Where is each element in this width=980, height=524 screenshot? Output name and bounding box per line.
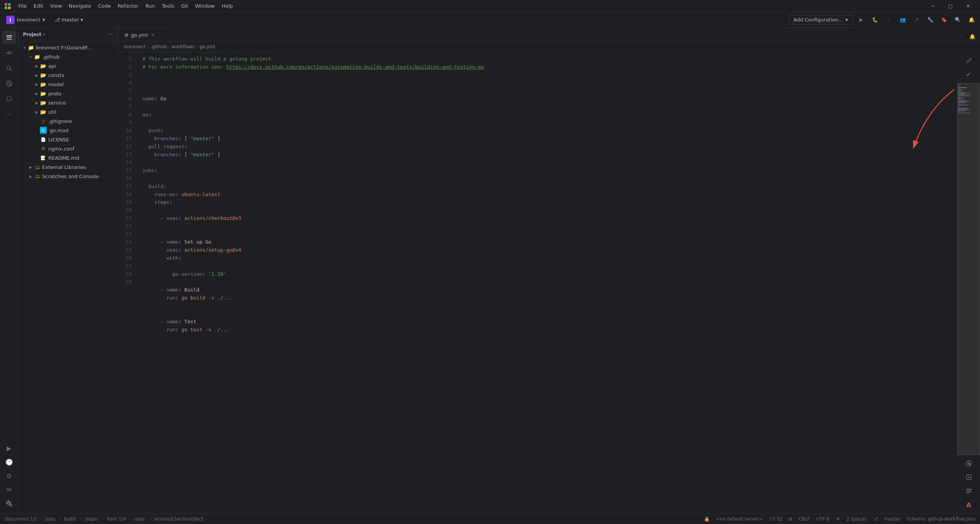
svg-rect-4	[7, 35, 12, 36]
run-button[interactable]: ▶	[856, 15, 867, 25]
status-encoding[interactable]: UTF-8	[815, 516, 831, 522]
bottom-icons: ▶ 🕐 ⚙ ✉ 🔌	[2, 441, 16, 510]
menu-window[interactable]: Window	[192, 2, 218, 10]
tree-item-github[interactable]: ▾ 📁 .github	[18, 52, 118, 61]
status-breadcrumb: Document 1/1 › jobs: › build: › steps: ›…	[3, 516, 205, 522]
bookmark-icon[interactable]: 🔖	[939, 15, 949, 25]
panel-more-button[interactable]: ⋯	[108, 32, 113, 37]
tree-item-service[interactable]: ▶ 📂 service	[18, 98, 118, 107]
sidebar-item-more[interactable]: ⋯	[2, 107, 16, 121]
menu-help[interactable]: Help	[219, 2, 236, 10]
status-doc[interactable]: Document 1/1	[3, 516, 39, 522]
right-tool-4[interactable]: A	[957, 498, 980, 512]
sidebar-item-project[interactable]	[2, 31, 16, 44]
sidebar-item-settings[interactable]: ⚙	[2, 469, 16, 483]
svg-point-17	[968, 477, 970, 478]
tree-root[interactable]: ▾ 📁 brevinect F:\GolandP...	[18, 43, 118, 52]
svg-rect-19	[966, 491, 972, 492]
tree-item-ext-libs[interactable]: ▶ 🗂 External Libraries	[18, 162, 118, 172]
tree-item-proto[interactable]: ▶ 📂 proto	[18, 89, 118, 98]
panel-title: Project	[23, 32, 41, 37]
status-lock[interactable]: 🔒	[702, 516, 711, 522]
sidebar-item-search[interactable]	[2, 61, 16, 75]
project-dropdown-icon: ▾	[42, 17, 45, 23]
people-icon[interactable]: 👥	[897, 15, 908, 25]
status-branch[interactable]: master	[883, 516, 902, 522]
run-config-arrow: ▾	[845, 17, 848, 23]
panel-chevron: ▾	[43, 32, 45, 36]
sidebar-item-plugin[interactable]: 🔌	[2, 496, 16, 510]
tree-item-consts[interactable]: ▶ 📂 consts	[18, 70, 118, 80]
menu-navigate[interactable]: Navigate	[66, 2, 94, 10]
menu-run[interactable]: Run	[142, 2, 158, 10]
run-config-selector[interactable]: Add Configuration... ▾	[789, 15, 853, 25]
edit-icon-right[interactable]	[957, 54, 980, 67]
sidebar-item-run-debug[interactable]: ▶	[2, 441, 16, 455]
status-server[interactable]: <no default server>	[714, 516, 764, 522]
menu-view[interactable]: View	[47, 2, 65, 10]
file-tree-panel: Project ▾ ⋯ ▾ 📁 brevinect F:\GolandP... …	[18, 28, 118, 513]
tree-item-nginx[interactable]: ▶ N nginx.conf	[18, 144, 118, 153]
tab-goyml[interactable]: ⚙ go.yml ✕	[118, 29, 163, 41]
sidebar-item-history[interactable]: 🕐	[2, 455, 16, 469]
tree-item-license[interactable]: ▶ 📄 LICENSE	[18, 135, 118, 144]
minimize-button[interactable]: ─	[924, 0, 942, 12]
project-selector[interactable]: J brevinect ▾	[3, 14, 48, 26]
tab-action-more[interactable]: ⋮	[957, 32, 966, 41]
right-tool-2[interactable]	[957, 470, 980, 484]
close-button[interactable]: ✕	[959, 0, 977, 12]
status-jobs[interactable]: jobs:	[44, 516, 58, 522]
tree-item-scratches[interactable]: ▶ 🗂 Scratches and Console	[18, 172, 118, 181]
tree-item-api[interactable]: ▶ 📂 api	[18, 61, 118, 70]
sidebar-item-commit[interactable]	[2, 46, 16, 60]
tab-icon-goyml: ⚙	[124, 33, 129, 38]
menu-edit[interactable]: Edit	[31, 2, 46, 10]
tab-action-notifications[interactable]: 🔔	[968, 32, 977, 41]
menu-code[interactable]: Code	[95, 2, 114, 10]
breadcrumb-bar: brevinect › .github › workflows › go.yml	[118, 41, 980, 52]
menu-file[interactable]: File	[15, 2, 30, 10]
tree-item-gomod[interactable]: ▶ G go.mod	[18, 126, 118, 135]
menu-git[interactable]: Git	[178, 2, 191, 10]
tab-close-goyml[interactable]: ✕	[150, 32, 156, 38]
status-spaces[interactable]: 2 spaces	[845, 516, 868, 522]
left-icon-bar: ⋯ ▶ 🕐 ⚙ ✉ 🔌	[0, 28, 18, 513]
status-item-num[interactable]: Item 1/4	[105, 516, 127, 522]
toolbar: J brevinect ▾ ⎇ master ▾ Add Configurati…	[0, 12, 980, 28]
status-schema[interactable]: Schema: github-workflow.json	[905, 516, 977, 522]
menu-tools[interactable]: Tools	[159, 2, 177, 10]
sidebar-item-github[interactable]	[2, 77, 16, 90]
notification-bell[interactable]: 🔔	[966, 15, 977, 25]
share-icon[interactable]: ↗	[911, 15, 922, 25]
settings-icon[interactable]: 🔧	[925, 15, 936, 25]
sidebar-item-mail[interactable]: ✉	[2, 483, 16, 496]
tree-item-gitignore[interactable]: ▶ ◇ .gitignore	[18, 116, 118, 126]
search-icon[interactable]: 🔍	[952, 15, 963, 25]
status-uses[interactable]: uses:	[132, 516, 148, 522]
right-tool-1[interactable]	[957, 457, 980, 470]
right-tool-3[interactable]	[957, 484, 980, 498]
breadcrumb-github[interactable]: .github	[150, 44, 167, 49]
branch-selector[interactable]: ⎇ master ▾	[51, 15, 86, 24]
debug-button[interactable]: 🐛	[870, 15, 880, 25]
project-name: brevinect	[17, 17, 40, 23]
check-icon-right[interactable]: ✓	[957, 67, 980, 81]
breadcrumb-root[interactable]: brevinect	[124, 44, 145, 49]
menu-refactor[interactable]: Refactor	[114, 2, 142, 10]
tree-item-readme[interactable]: ▶ 📝 README.md	[18, 153, 118, 162]
more-options-button[interactable]: ⋮	[884, 15, 894, 25]
tab-bar: ⚙ go.yml ✕ ⋮ 🔔	[118, 28, 980, 41]
minimap	[957, 80, 980, 455]
svg-point-12	[7, 81, 12, 86]
status-crlf[interactable]: CRLF	[797, 516, 812, 522]
tree-item-util[interactable]: ▶ 📂 util	[18, 107, 118, 116]
status-uses-value[interactable]: actions/checkout@v3	[153, 516, 205, 522]
status-steps[interactable]: steps:	[83, 516, 100, 522]
status-build[interactable]: build:	[63, 516, 79, 522]
tree-item-model[interactable]: ▶ 📂 model	[18, 80, 118, 89]
sidebar-item-notifications[interactable]	[2, 92, 16, 106]
breadcrumb-file[interactable]: go.yml	[199, 44, 215, 49]
code-content[interactable]: # This workflow will build a golang proj…	[136, 52, 957, 513]
maximize-button[interactable]: □	[942, 0, 959, 12]
breadcrumb-workflows[interactable]: workflows	[172, 44, 194, 49]
